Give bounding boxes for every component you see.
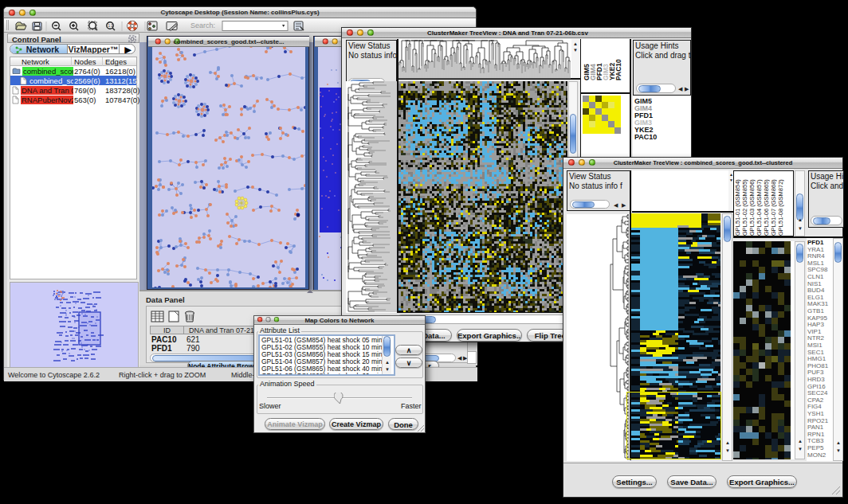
svg-text:1:1: 1:1: [108, 24, 114, 28]
svg-text:Search:: Search:: [190, 21, 215, 29]
